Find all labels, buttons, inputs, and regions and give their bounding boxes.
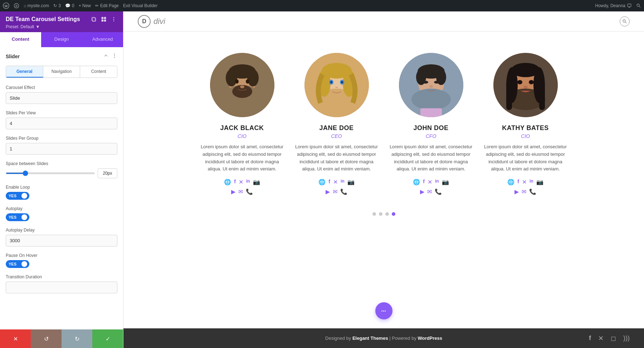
social-x-3[interactable]: ✕ [428, 179, 432, 185]
pause-on-hover-toggle[interactable]: YES [6, 260, 117, 268]
divi-icon-btn[interactable]: D [14, 3, 19, 9]
social-phone-1[interactable]: 📞 [246, 188, 253, 195]
social-facebook-3[interactable]: f [423, 179, 425, 185]
tab-design[interactable]: Design [41, 32, 82, 47]
panel-header: DE Team Carousel Settings Preset: Defaul… [0, 11, 123, 32]
wp-logo-btn[interactable]: W [3, 3, 9, 9]
social-email-4[interactable]: ✉ [522, 188, 526, 195]
dot-3[interactable] [385, 212, 389, 216]
social-linkedin-1[interactable]: in [246, 179, 250, 185]
social-youtube-1[interactable]: ▶ [231, 188, 235, 195]
social-x-1[interactable]: ✕ [239, 179, 243, 185]
space-between-label: Space between Slides [6, 161, 117, 166]
footer-wordpress-link[interactable]: WordPress [418, 335, 442, 341]
role-kathy-bates: CIO [521, 133, 530, 139]
social-facebook-2[interactable]: f [328, 179, 330, 185]
tab-content[interactable]: Content [0, 32, 41, 47]
footer-pipe: | Powered by [389, 335, 418, 341]
comments-btn[interactable]: 💬 0 [65, 3, 74, 8]
transition-duration-input[interactable] [6, 282, 117, 293]
carousel-effect-label: Carousel Effect [6, 85, 117, 90]
social-phone-2[interactable]: 📞 [340, 188, 347, 195]
social-web-2[interactable]: 🌐 [318, 179, 326, 185]
enable-loop-toggle[interactable]: YES [6, 192, 117, 200]
page-footer: Designed by Elegant Themes | Powered by … [123, 328, 644, 348]
tab-advanced[interactable]: Advanced [82, 32, 123, 47]
search-admin-btn[interactable] [636, 3, 641, 8]
fab-button[interactable]: ••• [375, 302, 392, 319]
autoplay-delay-field: Autoplay Delay [6, 228, 117, 247]
space-between-value-input[interactable] [98, 168, 117, 178]
social-facebook-4[interactable]: f [517, 179, 519, 185]
social-instagram-3[interactable]: 📷 [442, 179, 449, 185]
redo-icon: ↻ [75, 335, 79, 342]
section-collapse-icon[interactable] [103, 53, 109, 60]
new-btn[interactable]: + New [79, 3, 91, 8]
panel-icon-copy[interactable] [90, 16, 97, 23]
subtab-navigation[interactable]: Navigation [43, 66, 80, 78]
section-more-icon[interactable] [112, 53, 117, 60]
name-jane-doe: JANE DOE [319, 124, 353, 132]
svg-point-26 [226, 69, 237, 86]
subtab-content[interactable]: Content [80, 66, 117, 78]
panel-icon-grid[interactable] [100, 16, 107, 23]
social-phone-3[interactable]: 📞 [435, 188, 442, 195]
footer-elegant-themes-link[interactable]: Elegant Themes [352, 335, 388, 341]
role-jack-black: CIO [238, 133, 247, 139]
social-youtube-3[interactable]: ▶ [420, 188, 424, 195]
social-x-4[interactable]: ✕ [522, 179, 527, 185]
social-instagram-2[interactable]: 📷 [347, 179, 355, 185]
site-url-btn[interactable]: ⌂ mysite.com [24, 3, 49, 8]
space-between-field: Space between Slides [6, 161, 117, 178]
slides-per-group-select[interactable]: 1234 [6, 143, 117, 155]
exit-builder-btn[interactable]: Exit Visual Builder [123, 3, 158, 8]
social-linkedin-3[interactable]: in [435, 179, 439, 185]
social-youtube-4[interactable]: ▶ [514, 188, 519, 195]
redo-button[interactable]: ↻ [62, 329, 92, 348]
dot-2[interactable] [379, 212, 382, 216]
autoplay-delay-input[interactable] [6, 235, 117, 247]
dot-4[interactable] [392, 212, 395, 216]
svg-point-18 [114, 55, 115, 56]
footer-x-icon[interactable]: ✕ [598, 334, 604, 342]
edit-page-btn[interactable]: ✏ Edit Page [95, 3, 119, 8]
save-button[interactable]: ✓ [92, 329, 123, 348]
carousel-effect-select[interactable]: Slide Fade Coverflow [6, 92, 117, 104]
cancel-button[interactable]: ✕ [0, 329, 31, 348]
exit-builder-label: Exit Visual Builder [123, 3, 158, 8]
avatar-jack-black [210, 53, 274, 117]
divi-search-btn[interactable] [620, 16, 630, 26]
social-instagram-1[interactable]: 📷 [253, 179, 260, 185]
space-between-slider[interactable] [6, 173, 95, 174]
social-web-1[interactable]: 🌐 [224, 179, 231, 185]
social-email-3[interactable]: ✉ [427, 188, 432, 195]
social-instagram-4[interactable]: 📷 [536, 179, 543, 185]
social-email-1[interactable]: ✉ [238, 188, 243, 195]
social-email-2[interactable]: ✉ [333, 188, 337, 195]
new-label: + New [79, 3, 91, 8]
user-menu-btn[interactable]: Howdy, Deanna [595, 3, 632, 8]
footer-rss-icon[interactable]: ))) [623, 334, 630, 342]
social-x-2[interactable]: ✕ [333, 179, 338, 185]
social-youtube-2[interactable]: ▶ [326, 188, 330, 195]
social-facebook-1[interactable]: f [234, 179, 236, 185]
reset-button[interactable]: ↺ [31, 329, 62, 348]
svg-point-60 [517, 80, 522, 84]
user-label: Howdy, Deanna [595, 3, 626, 8]
social-web-3[interactable]: 🌐 [413, 179, 420, 185]
dot-1[interactable] [372, 212, 376, 216]
updates-btn[interactable]: ↻ 3 [53, 3, 61, 8]
svg-point-41 [341, 81, 343, 84]
subtab-general[interactable]: General [6, 66, 43, 78]
social-phone-4[interactable]: 📞 [529, 188, 536, 195]
autoplay-delay-label: Autoplay Delay [6, 228, 117, 233]
social-web-4[interactable]: 🌐 [507, 179, 514, 185]
social-linkedin-2[interactable]: in [341, 179, 345, 185]
panel-icon-more[interactable] [110, 16, 117, 23]
svg-rect-12 [102, 20, 104, 22]
slides-per-view-select[interactable]: 123456 [6, 118, 117, 129]
footer-instagram-icon[interactable]: ◻ [611, 334, 616, 342]
autoplay-toggle[interactable]: YES [6, 213, 117, 221]
footer-facebook-icon[interactable]: f [589, 334, 591, 342]
social-linkedin-4[interactable]: in [530, 179, 533, 185]
